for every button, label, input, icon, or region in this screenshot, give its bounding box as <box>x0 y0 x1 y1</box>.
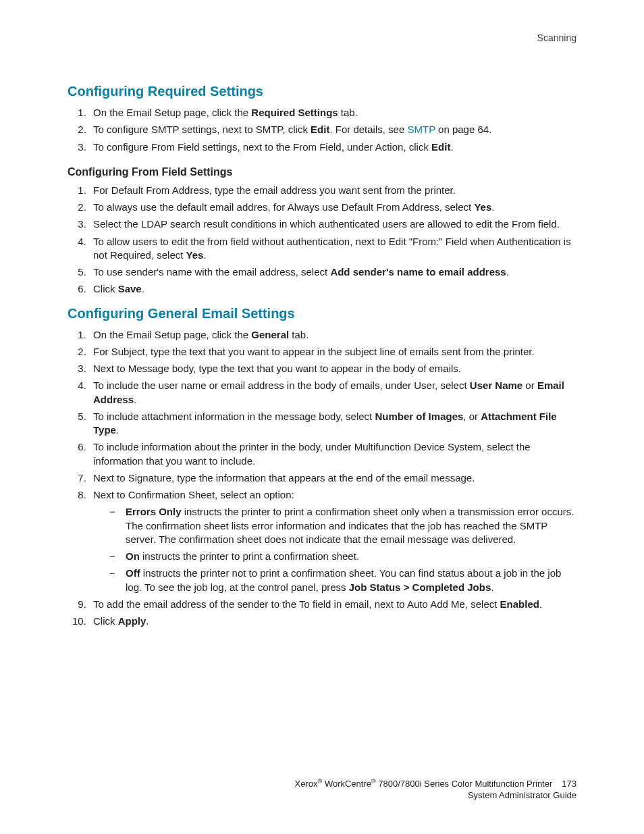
option-item: Errors Only instructs the printer to pri… <box>109 505 576 546</box>
text: on page 64. <box>435 124 491 135</box>
step-item: To allow users to edit the from field wi… <box>89 235 576 263</box>
bold-text: Required Settings <box>251 107 338 118</box>
option-item: On instructs the printer to print a conf… <box>109 550 576 563</box>
text: . For details, see <box>329 124 407 135</box>
bold-text: Job Status > Completed Jobs <box>349 581 491 593</box>
text: tab. <box>289 329 308 340</box>
step-item: To include attachment information in the… <box>89 410 576 438</box>
step-item: On the Email Setup page, click the Requi… <box>89 106 576 120</box>
document-page: Scanning Configuring Required Settings O… <box>0 0 644 834</box>
text: For Default From Address, type the email… <box>93 184 456 196</box>
text: WorkCentre <box>322 779 371 789</box>
page-number: 173 <box>562 778 576 790</box>
text: . <box>506 266 509 278</box>
bold-text: Edit <box>431 141 450 153</box>
bold-text: Save <box>118 283 142 294</box>
bold-text: Off <box>126 567 140 579</box>
step-item: To configure From Field settings, next t… <box>89 140 576 154</box>
text: 7800/7800i Series Color Multifunction Pr… <box>376 779 553 789</box>
step-item: Next to Message body, type the text that… <box>89 362 576 375</box>
registered-icon: ® <box>371 778 376 785</box>
step-item: For Default From Address, type the email… <box>89 184 576 197</box>
heading-configuring-general-email-settings: Configuring General Email Settings <box>68 306 576 321</box>
step-item: To use sender's name with the email addr… <box>89 265 576 279</box>
page-footer: Xerox® WorkCentre® 7800/7800i Series Col… <box>295 777 576 802</box>
bold-text: User Name <box>470 380 522 391</box>
step-item: To always use the default email addres, … <box>89 201 576 214</box>
text: , or <box>463 411 481 422</box>
text: To configure SMTP settings, next to SMTP… <box>93 124 311 135</box>
text: To add the email address of the sender t… <box>93 598 500 610</box>
text: or <box>522 380 537 391</box>
text: tab. <box>338 107 358 118</box>
text: To include information about the printer… <box>93 441 531 466</box>
step-item: Next to Confirmation Sheet, select an op… <box>89 488 576 594</box>
heading-configuring-from-field-settings: Configuring From Field Settings <box>68 166 576 178</box>
step-item: To add the email address of the sender t… <box>89 598 576 611</box>
confirmation-sheet-options: Errors Only instructs the printer to pri… <box>93 505 576 594</box>
text: Xerox <box>295 779 318 789</box>
text: . <box>491 581 493 593</box>
footer-line-1: Xerox® WorkCentre® 7800/7800i Series Col… <box>295 777 576 790</box>
from-field-steps: For Default From Address, type the email… <box>68 184 576 296</box>
option-item: Off instructs the printer not to print a… <box>109 567 576 594</box>
footer-line-2: System Administrator Guide <box>295 789 576 802</box>
text: Next to Confirmation Sheet, select an op… <box>93 489 294 500</box>
bold-text: Number of Images <box>375 411 463 422</box>
text: . <box>203 249 206 261</box>
smtp-link[interactable]: SMTP <box>407 124 435 135</box>
bold-text: Add sender's name to email address <box>330 266 506 278</box>
text: Click <box>93 615 118 627</box>
bold-text: Edit <box>311 124 329 135</box>
page-header-section: Scanning <box>68 32 576 43</box>
step-item: To include information about the printer… <box>89 440 576 468</box>
text: instructs the printer to print a confirm… <box>140 550 359 562</box>
text: To use sender's name with the email addr… <box>93 266 330 278</box>
text: Next to Signature, type the information … <box>93 472 475 484</box>
step-item: For Subject, type the text that you want… <box>89 345 576 359</box>
text: . <box>116 424 119 436</box>
text: To allow users to edit the from field wi… <box>93 236 571 261</box>
text: . <box>146 615 149 627</box>
text: . <box>491 201 494 213</box>
bold-text: General <box>251 329 289 340</box>
required-settings-steps: On the Email Setup page, click the Requi… <box>68 106 576 154</box>
step-item: To include the user name or email addres… <box>89 379 576 407</box>
text: To always use the default email addres, … <box>93 201 474 213</box>
text: . <box>142 283 144 294</box>
step-item: Next to Signature, type the information … <box>89 471 576 485</box>
heading-configuring-required-settings: Configuring Required Settings <box>68 84 576 99</box>
text: To include attachment information in the… <box>93 411 375 422</box>
text: To include the user name or email addres… <box>93 380 470 391</box>
text: instructs the printer not to print a con… <box>126 567 561 592</box>
text: To configure From Field settings, next t… <box>93 141 431 153</box>
bold-text: Yes <box>186 249 204 261</box>
step-item: Select the LDAP search result conditions… <box>89 217 576 231</box>
text: . <box>134 394 136 405</box>
text: . <box>539 598 542 610</box>
text: Next to Message body, type the text that… <box>93 363 461 374</box>
bold-text: On <box>126 550 140 562</box>
bold-text: Errors Only <box>126 506 182 517</box>
step-item: Click Apply. <box>89 615 576 628</box>
text: . <box>450 141 453 153</box>
step-item: Click Save. <box>89 282 576 296</box>
text: On the Email Setup page, click the <box>93 107 251 118</box>
text: instructs the printer to print a confirm… <box>126 506 574 545</box>
bold-text: Enabled <box>500 598 539 610</box>
step-item: On the Email Setup page, click the Gener… <box>89 328 576 342</box>
general-email-steps: On the Email Setup page, click the Gener… <box>68 328 576 629</box>
step-item: To configure SMTP settings, next to SMTP… <box>89 123 576 136</box>
text: Select the LDAP search result conditions… <box>93 218 560 230</box>
bold-text: Apply <box>118 615 146 627</box>
text: For Subject, type the text that you want… <box>93 346 535 357</box>
bold-text: Yes <box>474 201 491 213</box>
text: Click <box>93 283 118 294</box>
text: On the Email Setup page, click the <box>93 329 251 340</box>
